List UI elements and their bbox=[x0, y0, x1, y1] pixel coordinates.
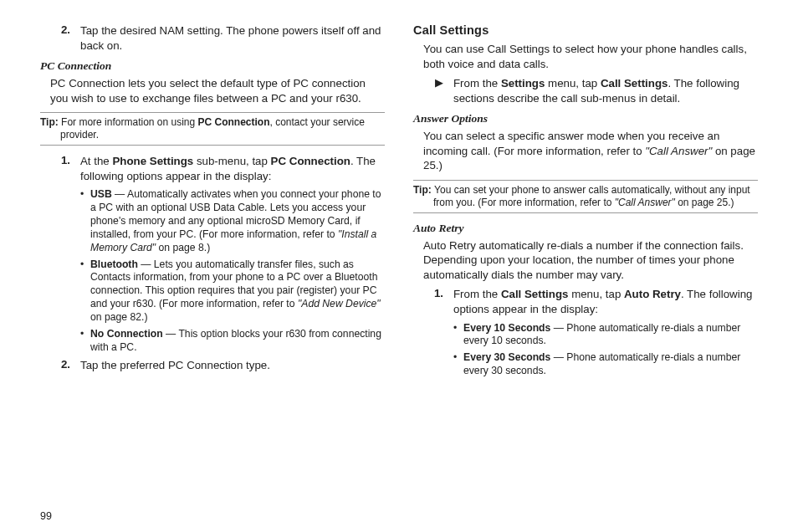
bullet-icon: • bbox=[80, 328, 90, 355]
list-item: 2. Tap the preferred PC Connection type. bbox=[40, 358, 385, 373]
tip-label: Tip: bbox=[413, 184, 434, 196]
arrow-icon: ▶ bbox=[413, 76, 453, 105]
bullet-item-every-30: • Every 30 Seconds — Phone automatically… bbox=[413, 351, 758, 378]
step-number: 1. bbox=[40, 154, 80, 183]
step-text: From the Call Settings menu, tap Auto Re… bbox=[453, 287, 758, 316]
bullet-item-usb: • USB — Automatically activates when you… bbox=[40, 188, 385, 254]
arrow-text: From the Settings menu, tap Call Setting… bbox=[453, 76, 758, 105]
bullet-text: Every 30 Seconds — Phone automatically r… bbox=[463, 351, 758, 378]
list-item: 2. Tap the desired NAM setting. The phon… bbox=[40, 23, 385, 53]
bullet-text: USB — Automatically activates when you c… bbox=[90, 188, 385, 254]
bullet-item-bluetooth: • Bluetooth — Lets you automatically tra… bbox=[40, 258, 385, 325]
subheading-auto-retry: Auto Retry bbox=[413, 222, 758, 235]
heading-call-settings: Call Settings bbox=[413, 23, 758, 37]
manual-page: 2. Tap the desired NAM setting. The phon… bbox=[0, 0, 798, 532]
bullet-icon: • bbox=[80, 188, 90, 254]
tip-box: Tip: You can set your phone to answer ca… bbox=[413, 180, 758, 213]
paragraph: Auto Retry automatically re-dials a numb… bbox=[423, 238, 758, 283]
page-number: 99 bbox=[40, 510, 758, 522]
paragraph: PC Connection lets you select the defaul… bbox=[50, 76, 385, 105]
arrow-item: ▶ From the Settings menu, tap Call Setti… bbox=[413, 76, 758, 105]
bullet-icon: • bbox=[80, 258, 90, 325]
step-number: 1. bbox=[413, 287, 453, 316]
bullet-text: Bluetooth — Lets you automatically trans… bbox=[90, 258, 385, 325]
bullet-icon: • bbox=[453, 322, 463, 349]
tip-box: Tip: For more information on using PC Co… bbox=[40, 112, 385, 146]
bullet-text: Every 10 Seconds — Phone automatically r… bbox=[463, 322, 758, 349]
list-item: 1. From the Call Settings menu, tap Auto… bbox=[413, 287, 758, 316]
subheading-pc-connection: PC Connection bbox=[40, 59, 385, 73]
left-column: 2. Tap the desired NAM setting. The phon… bbox=[40, 23, 385, 505]
step-text: Tap the desired NAM setting. The phone p… bbox=[80, 23, 385, 53]
list-item: 1. At the Phone Settings sub-menu, tap P… bbox=[40, 154, 385, 183]
subheading-answer-options: Answer Options bbox=[413, 112, 758, 125]
bullet-item-every-10: • Every 10 Seconds — Phone automatically… bbox=[413, 322, 758, 349]
bullet-text: No Connection — This option blocks your … bbox=[90, 328, 385, 355]
step-number: 2. bbox=[40, 358, 80, 373]
two-column-layout: 2. Tap the desired NAM setting. The phon… bbox=[40, 23, 758, 505]
paragraph: You can select a specific answer mode wh… bbox=[423, 129, 758, 173]
tip-text: Tip: For more information on using PC Co… bbox=[40, 116, 385, 141]
tip-label: Tip: bbox=[40, 116, 61, 128]
bullet-item-no-connection: • No Connection — This option blocks you… bbox=[40, 328, 385, 355]
bullet-icon: • bbox=[453, 351, 463, 378]
right-column: Call Settings You can use Call Settings … bbox=[413, 23, 758, 505]
step-text: Tap the preferred PC Connection type. bbox=[80, 358, 270, 373]
step-number: 2. bbox=[40, 23, 80, 53]
paragraph: You can use Call Settings to select how … bbox=[423, 42, 758, 71]
step-text: At the Phone Settings sub-menu, tap PC C… bbox=[80, 154, 385, 183]
tip-text: Tip: You can set your phone to answer ca… bbox=[413, 184, 758, 209]
